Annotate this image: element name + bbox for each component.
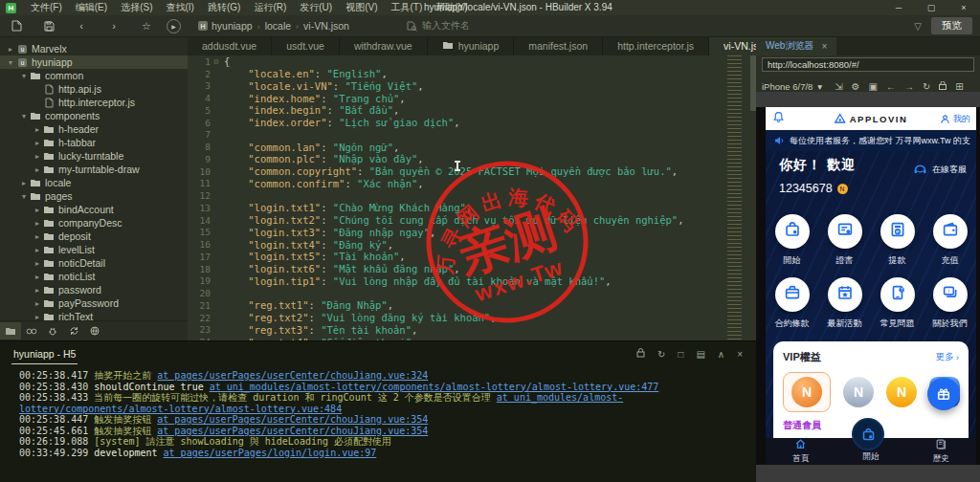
console-link[interactable]: at pages/userPages/login/login.vue:97 [164, 448, 377, 458]
explorer-folder-icon[interactable] [0, 322, 21, 340]
menu-发行(U)[interactable]: 发行(U) [293, 2, 339, 12]
tab-withdraw.vue[interactable]: withdraw.vue [340, 36, 428, 55]
tree-item-companyDesc[interactable]: ▸companyDesc [0, 216, 188, 230]
refresh-icon[interactable]: ↻ [923, 81, 930, 92]
app-action-關於我們[interactable]: i關於我們 [928, 277, 972, 330]
app-action-開始[interactable]: 開始 [770, 214, 814, 267]
back-icon[interactable]: ‹ [69, 17, 94, 34]
tab-vi-VN.json[interactable]: vi-VN.json [709, 36, 756, 55]
minimize-button[interactable]: ─ [882, 0, 915, 15]
vip-medal-gold[interactable]: N [886, 377, 917, 407]
extensions-icon[interactable] [84, 322, 105, 340]
tab-usdt.vue[interactable]: usdt.vue [272, 36, 340, 55]
console-link[interactable]: at pages/userPages/userCenter/chouJiang.… [157, 426, 428, 436]
tree-item-h-tabbar[interactable]: ▸h-tabbar [0, 136, 188, 149]
menu-选择(S)[interactable]: 选择(S) [114, 2, 159, 12]
console-restart-icon[interactable]: ↻ [657, 349, 665, 360]
app-action-合約條款[interactable]: 合約條款 [770, 277, 814, 330]
tab-hyuniapp[interactable]: hyuniapp [428, 36, 515, 55]
tree-item-noticList[interactable]: ▸noticList [0, 270, 188, 283]
tree-item-http.interceptor.js[interactable]: http.interceptor.js [0, 96, 188, 109]
tree-item-http.api.js[interactable]: http.api.js [0, 82, 188, 96]
url-input[interactable]: http://localhost:8080/#/ [762, 57, 974, 72]
menu-视图(V)[interactable]: 视图(V) [339, 2, 384, 12]
qr-code-icon[interactable]: ⊞ [955, 81, 963, 92]
save-icon[interactable] [36, 17, 61, 34]
tree-item-levelList[interactable]: ▸levelList [0, 243, 188, 256]
tab-manifest.json[interactable]: manifest.json [514, 36, 603, 55]
tree-item-my-turntable-draw[interactable]: ▸my-turntable-draw [0, 163, 188, 176]
start-center-button[interactable] [852, 418, 884, 450]
close-button[interactable]: × [947, 0, 980, 15]
app-action-充值[interactable]: 充值 [928, 214, 972, 267]
nav-back-icon[interactable]: ← [886, 81, 896, 92]
search-panel-icon[interactable] [21, 322, 42, 340]
console-tab[interactable]: hyuniapp - H5 [11, 344, 78, 364]
tree-item-payPassword[interactable]: ▸payPassword [0, 296, 188, 310]
app-action-常見問題[interactable]: ?常見問題 [876, 277, 920, 330]
device-selector[interactable]: iPhone 6/7/8▾ [762, 81, 822, 92]
console-stop-icon[interactable]: □ [678, 349, 683, 360]
app-action-提款[interactable]: $提款 [876, 214, 920, 267]
customer-service-button[interactable]: 在線客服 [912, 163, 967, 177]
menu-文件(F)[interactable]: 文件(F) [24, 2, 69, 12]
run-icon[interactable]: ▶ [167, 19, 181, 33]
bell-icon[interactable] [772, 110, 785, 127]
menu-查找(I)[interactable]: 查找(I) [159, 2, 200, 12]
tree-item-deposit[interactable]: ▸deposit [0, 230, 188, 243]
star-icon[interactable]: ☆ [134, 17, 159, 34]
console-lock-icon[interactable] [636, 348, 645, 360]
tree-item-locale[interactable]: ▸locale [0, 176, 188, 189]
vip-more-link[interactable]: 更多› [936, 351, 959, 363]
code-editor[interactable]: 1⊟{2 "locale.en": "English",3 "locale.vi… [188, 55, 756, 340]
vip-medal-orange[interactable]: N [791, 377, 822, 407]
breadcrumb-item[interactable]: hyuniapp [212, 20, 253, 32]
tree-item-pages[interactable]: ▾pages [0, 189, 188, 203]
tree-item-h-header[interactable]: ▸h-header [0, 122, 188, 136]
menu-跳转(G)[interactable]: 跳转(G) [201, 2, 247, 12]
debug-panel-icon[interactable] [42, 322, 63, 340]
gift-fab-button[interactable] [927, 378, 960, 410]
tree-item-lucky-turntable[interactable]: ▸lucky-turntable [0, 149, 188, 163]
tab-close-icon[interactable]: × [821, 41, 827, 52]
tree-item-noticDetail[interactable]: ▸noticDetail [0, 256, 188, 270]
new-file-icon[interactable] [4, 17, 29, 34]
console-link[interactable]: at uni_modules/almost-lottery/components… [210, 382, 659, 392]
lock-icon[interactable] [939, 81, 947, 92]
file-search[interactable]: 输入文件名 [407, 19, 470, 33]
tab-addusdt.vue[interactable]: addusdt.vue [188, 36, 272, 55]
breadcrumb-item[interactable]: locale [265, 20, 291, 32]
vip-medal-silver[interactable]: N [843, 377, 874, 407]
tree-item-hyuniapp[interactable]: ▾uhyuniapp [0, 55, 188, 69]
menu-编辑(E)[interactable]: 编辑(E) [69, 2, 114, 12]
console-link[interactable]: at pages/userPages/userCenter/chouJiang.… [157, 370, 428, 381]
sync-icon[interactable] [63, 322, 84, 340]
maximize-button[interactable]: ▢ [915, 0, 947, 15]
apptab-首頁[interactable]: 首頁 [766, 438, 835, 465]
preview-button[interactable]: 预览 [931, 17, 972, 34]
mine-button[interactable]: 我的 [940, 113, 970, 125]
rotate-icon[interactable]: ⇲ [835, 81, 842, 92]
app-action-最新活動[interactable]: 最新活動 [823, 277, 867, 330]
console-link[interactable]: at pages/userPages/userCenter/chouJiang.… [157, 414, 428, 425]
vip-medal-selected-box[interactable]: N [783, 372, 831, 412]
tab-http.interceptor.js[interactable]: http.interceptor.js [603, 36, 709, 55]
breadcrumb-item[interactable]: vi-VN.json [303, 20, 349, 32]
tree-item-Marvelx[interactable]: ▸uMarvelx [0, 42, 188, 55]
devtools-icon[interactable]: ▣ [869, 81, 878, 92]
menu-工具(T)[interactable]: 工具(T) [385, 2, 430, 12]
app-action-證書[interactable]: 證書 [823, 214, 867, 267]
console-collapse-icon[interactable]: ∧ [718, 349, 724, 360]
console-export-icon[interactable]: ▤ [696, 349, 704, 360]
tree-item-components[interactable]: ▾components [0, 109, 188, 122]
web-browser-tab[interactable]: Web浏览器 × [756, 36, 836, 55]
tree-item-password[interactable]: ▸password [0, 283, 188, 296]
tree-item-common[interactable]: ▾common [0, 69, 188, 82]
filter-icon[interactable]: ▽ [914, 21, 922, 32]
tree-item-bindAccount[interactable]: ▸bindAccount [0, 203, 188, 216]
console-clear-icon[interactable]: × [737, 349, 743, 360]
nav-forward-icon[interactable]: → [904, 81, 914, 92]
forward-icon[interactable]: › [101, 17, 126, 34]
gear-icon[interactable]: ⚙ [852, 81, 860, 92]
apptab-歷史[interactable]: 歷史 [906, 438, 976, 465]
